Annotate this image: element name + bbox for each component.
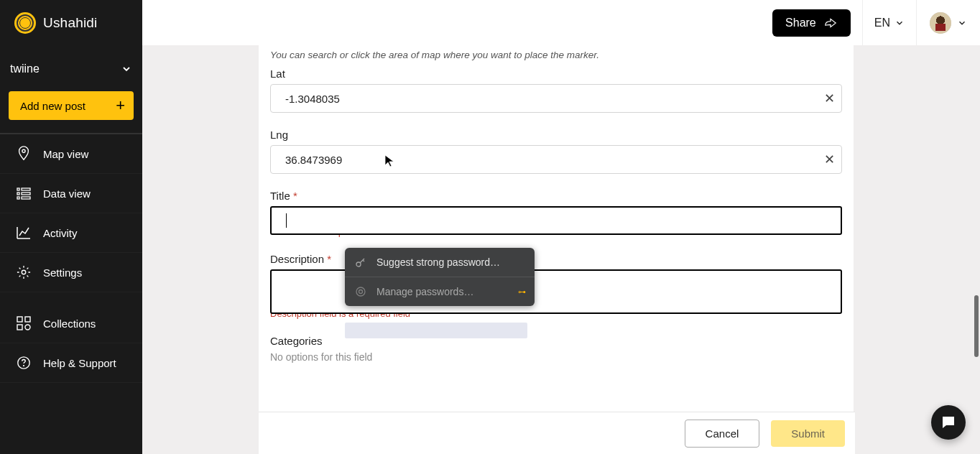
help-icon (16, 355, 32, 371)
add-post-label: Add new post (20, 100, 85, 112)
add-post-button[interactable]: Add new post + (9, 91, 134, 120)
clear-lat-button[interactable]: ✕ (824, 92, 835, 105)
lng-field-wrap: ✕ (270, 145, 842, 174)
svg-rect-9 (25, 317, 30, 322)
suggest-password-label: Suggest strong password… (376, 256, 500, 268)
lat-field-wrap: ✕ (270, 84, 842, 113)
chat-launcher-button[interactable] (931, 405, 966, 440)
logo-area: Ushahidi (0, 0, 142, 45)
title-input[interactable] (270, 206, 842, 235)
svg-point-15 (356, 287, 365, 296)
activity-icon (16, 225, 32, 241)
svg-rect-10 (17, 325, 22, 330)
sidebar-item-data-view[interactable]: Data view (0, 174, 142, 213)
svg-rect-5 (17, 197, 19, 199)
clear-lng-button[interactable]: ✕ (824, 153, 835, 166)
language-label: EN (874, 17, 890, 29)
list-icon (16, 185, 32, 201)
language-selector[interactable]: EN (862, 0, 917, 45)
sidebar-item-label: Activity (43, 227, 78, 239)
sidebar-item-label: Help & Support (43, 357, 116, 369)
lat-input[interactable] (270, 84, 842, 113)
manage-passwords-label: Manage passwords… (376, 286, 473, 297)
lat-label: Lat (270, 68, 842, 80)
gear-icon (16, 264, 32, 280)
svg-point-7 (22, 270, 25, 274)
pin-icon (16, 146, 32, 162)
lng-input[interactable] (270, 145, 842, 174)
title-label-text: Title (270, 190, 290, 202)
autofill-hint-band (345, 323, 527, 338)
collections-icon (16, 315, 32, 331)
marker-hint: You can search or click the area of map … (270, 50, 842, 60)
sidebar-item-label: Settings (43, 267, 82, 279)
share-arrow-icon (823, 17, 838, 29)
sidebar-item-help[interactable]: Help & Support (0, 343, 142, 383)
key-icon (355, 256, 366, 268)
scrollbar-thumb[interactable] (974, 295, 979, 357)
text-caret (286, 213, 287, 228)
sidebar-item-label: Map view (43, 148, 88, 160)
cancel-button[interactable]: Cancel (685, 420, 760, 448)
title-input-wrap (270, 206, 842, 235)
submit-button[interactable]: Submit (771, 420, 845, 447)
manage-passwords-item[interactable]: Manage passwords… ⊶ (345, 277, 535, 306)
svg-point-0 (22, 149, 25, 152)
svg-rect-6 (22, 197, 30, 199)
suggest-password-item[interactable]: Suggest strong password… (345, 248, 535, 277)
svg-rect-3 (17, 193, 19, 195)
password-popup: Suggest strong password… Manage password… (345, 248, 535, 306)
plus-icon: + (116, 96, 125, 115)
svg-point-16 (359, 290, 363, 294)
sidebar: twiine Add new post + Map view Data view… (0, 45, 142, 454)
user-menu[interactable] (917, 0, 980, 45)
form-footer: Cancel Submit (259, 412, 855, 454)
svg-rect-1 (17, 188, 19, 190)
logo-icon (14, 12, 36, 34)
avatar (930, 12, 951, 34)
workspace-selector[interactable]: twiine (0, 55, 142, 88)
sidebar-item-label: Data view (43, 187, 91, 200)
lng-label: Lng (270, 129, 842, 141)
svg-point-13 (23, 365, 24, 366)
svg-rect-8 (17, 317, 22, 322)
description-label-text: Description (270, 253, 324, 265)
app-header: Ushahidi Share EN (0, 0, 980, 45)
brand-name: Ushahidi (43, 15, 98, 31)
chevron-down-icon (121, 63, 132, 75)
svg-point-11 (25, 325, 30, 330)
browser-icon (355, 286, 366, 297)
key-badge-icon: ⊶ (518, 287, 526, 297)
nav-separator (0, 292, 142, 304)
workspace-name: twiine (10, 62, 40, 75)
sidebar-item-settings[interactable]: Settings (0, 253, 142, 292)
sidebar-item-label: Collections (43, 318, 96, 330)
title-field: Title * Title field is a required field … (270, 190, 842, 237)
svg-rect-2 (22, 188, 30, 190)
sidebar-item-collections[interactable]: Collections (0, 304, 142, 343)
required-star: * (293, 190, 297, 202)
nav-list: Map view Data view Activity Settings Co (0, 133, 142, 383)
sidebar-item-map-view[interactable]: Map view (0, 134, 142, 174)
sidebar-item-activity[interactable]: Activity (0, 213, 142, 253)
main-content: You can search or click the area of map … (142, 45, 980, 454)
required-star: * (327, 253, 331, 265)
svg-rect-4 (22, 193, 30, 195)
title-label: Title * (270, 190, 842, 202)
chevron-down-icon (895, 18, 905, 28)
share-button[interactable]: Share (772, 9, 851, 37)
chevron-down-icon (957, 18, 967, 28)
chat-icon (940, 414, 957, 431)
right-gutter (855, 91, 980, 454)
share-label: Share (785, 17, 816, 29)
categories-empty-text: No options for this field (270, 351, 842, 363)
